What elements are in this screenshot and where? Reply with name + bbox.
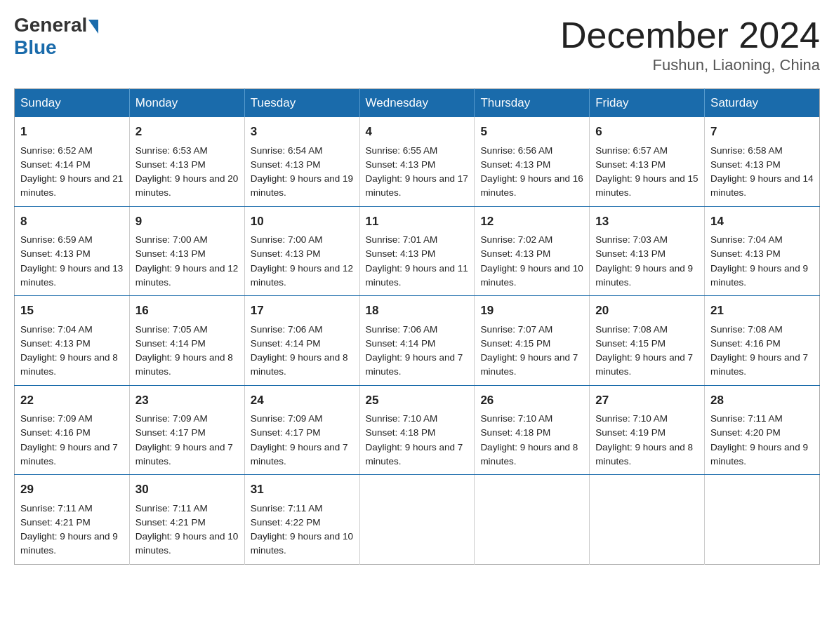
day-number: 23 [135,391,239,410]
day-number: 21 [710,302,814,320]
day-number: 8 [20,213,124,231]
calendar-day-cell: 24Sunrise: 7:09 AMSunset: 4:17 PMDayligh… [244,385,359,475]
calendar-header-friday: Friday [590,89,705,118]
day-number: 25 [366,391,469,410]
calendar-day-cell: 23Sunrise: 7:09 AMSunset: 4:17 PMDayligh… [129,385,244,475]
month-title: December 2024 [560,14,820,56]
calendar-week-row: 22Sunrise: 7:09 AMSunset: 4:16 PMDayligh… [15,385,820,475]
calendar-header-thursday: Thursday [475,89,590,118]
logo: General Blue [14,14,98,59]
calendar-day-cell: 1Sunrise: 6:52 AMSunset: 4:14 PMDaylight… [15,117,130,206]
day-number: 31 [251,481,354,499]
day-number: 7 [710,123,814,141]
calendar-header-sunday: Sunday [15,89,130,118]
calendar-week-row: 15Sunrise: 7:04 AMSunset: 4:13 PMDayligh… [15,296,820,386]
calendar-day-cell: 5Sunrise: 6:56 AMSunset: 4:13 PMDaylight… [475,117,590,206]
calendar-day-cell [359,475,475,565]
day-number: 26 [480,391,583,410]
calendar-day-cell: 7Sunrise: 6:58 AMSunset: 4:13 PMDaylight… [705,117,820,206]
day-number: 2 [135,123,239,141]
day-number: 16 [135,302,239,320]
calendar-day-cell: 17Sunrise: 7:06 AMSunset: 4:14 PMDayligh… [244,296,359,386]
day-number: 5 [480,123,583,141]
day-number: 3 [251,123,354,141]
title-area: December 2024 Fushun, Liaoning, China [560,14,820,74]
day-number: 19 [480,302,583,320]
calendar-day-cell: 10Sunrise: 7:00 AMSunset: 4:13 PMDayligh… [244,206,359,296]
calendar-day-cell: 9Sunrise: 7:00 AMSunset: 4:13 PMDaylight… [129,206,244,296]
day-number: 14 [710,213,814,231]
day-number: 27 [595,391,699,410]
page-header: General Blue December 2024 Fushun, Liaon… [14,14,820,74]
calendar-header-monday: Monday [129,89,244,118]
day-number: 1 [20,123,124,141]
calendar-day-cell: 21Sunrise: 7:08 AMSunset: 4:16 PMDayligh… [705,296,820,386]
calendar-day-cell: 8Sunrise: 6:59 AMSunset: 4:13 PMDaylight… [15,206,130,296]
day-number: 15 [20,302,124,320]
calendar-day-cell: 30Sunrise: 7:11 AMSunset: 4:21 PMDayligh… [129,475,244,565]
calendar-day-cell: 13Sunrise: 7:03 AMSunset: 4:13 PMDayligh… [590,206,705,296]
calendar-day-cell: 20Sunrise: 7:08 AMSunset: 4:15 PMDayligh… [590,296,705,386]
location-text: Fushun, Liaoning, China [560,56,820,74]
calendar-day-cell: 22Sunrise: 7:09 AMSunset: 4:16 PMDayligh… [15,385,130,475]
day-number: 6 [595,123,699,141]
calendar-day-cell: 15Sunrise: 7:04 AMSunset: 4:13 PMDayligh… [15,296,130,386]
day-number: 17 [251,302,354,320]
day-number: 30 [135,481,239,499]
calendar-day-cell [590,475,705,565]
calendar-day-cell: 27Sunrise: 7:10 AMSunset: 4:19 PMDayligh… [590,385,705,475]
calendar-week-row: 1Sunrise: 6:52 AMSunset: 4:14 PMDaylight… [15,117,820,206]
calendar-header-wednesday: Wednesday [359,89,475,118]
calendar-day-cell: 14Sunrise: 7:04 AMSunset: 4:13 PMDayligh… [705,206,820,296]
day-number: 9 [135,213,239,231]
day-number: 28 [710,391,814,410]
calendar-day-cell: 11Sunrise: 7:01 AMSunset: 4:13 PMDayligh… [359,206,475,296]
calendar-day-cell: 4Sunrise: 6:55 AMSunset: 4:13 PMDaylight… [359,117,475,206]
calendar-day-cell: 25Sunrise: 7:10 AMSunset: 4:18 PMDayligh… [359,385,475,475]
calendar-day-cell [705,475,820,565]
calendar-week-row: 8Sunrise: 6:59 AMSunset: 4:13 PMDaylight… [15,206,820,296]
calendar-day-cell: 31Sunrise: 7:11 AMSunset: 4:22 PMDayligh… [244,475,359,565]
calendar-header-tuesday: Tuesday [244,89,359,118]
calendar-day-cell: 18Sunrise: 7:06 AMSunset: 4:14 PMDayligh… [359,296,475,386]
day-number: 13 [595,213,699,231]
day-number: 20 [595,302,699,320]
calendar-week-row: 29Sunrise: 7:11 AMSunset: 4:21 PMDayligh… [15,475,820,565]
calendar-day-cell: 19Sunrise: 7:07 AMSunset: 4:15 PMDayligh… [475,296,590,386]
day-number: 24 [251,391,354,410]
day-number: 4 [366,123,469,141]
calendar-day-cell [475,475,590,565]
day-number: 29 [20,481,124,499]
calendar-table: SundayMondayTuesdayWednesdayThursdayFrid… [14,88,820,565]
calendar-day-cell: 28Sunrise: 7:11 AMSunset: 4:20 PMDayligh… [705,385,820,475]
day-number: 18 [366,302,469,320]
day-number: 11 [366,213,469,231]
calendar-day-cell: 12Sunrise: 7:02 AMSunset: 4:13 PMDayligh… [475,206,590,296]
calendar-header-saturday: Saturday [705,89,820,118]
calendar-header-row: SundayMondayTuesdayWednesdayThursdayFrid… [15,89,820,118]
calendar-day-cell: 6Sunrise: 6:57 AMSunset: 4:13 PMDaylight… [590,117,705,206]
calendar-day-cell: 16Sunrise: 7:05 AMSunset: 4:14 PMDayligh… [129,296,244,386]
logo-general-text: General [14,14,87,36]
calendar-day-cell: 3Sunrise: 6:54 AMSunset: 4:13 PMDaylight… [244,117,359,206]
day-number: 22 [20,391,124,410]
calendar-day-cell: 2Sunrise: 6:53 AMSunset: 4:13 PMDaylight… [129,117,244,206]
logo-triangle-icon [88,20,98,34]
calendar-day-cell: 26Sunrise: 7:10 AMSunset: 4:18 PMDayligh… [475,385,590,475]
calendar-day-cell: 29Sunrise: 7:11 AMSunset: 4:21 PMDayligh… [15,475,130,565]
day-number: 10 [251,213,354,231]
logo-blue-text: Blue [14,36,57,59]
day-number: 12 [480,213,583,231]
